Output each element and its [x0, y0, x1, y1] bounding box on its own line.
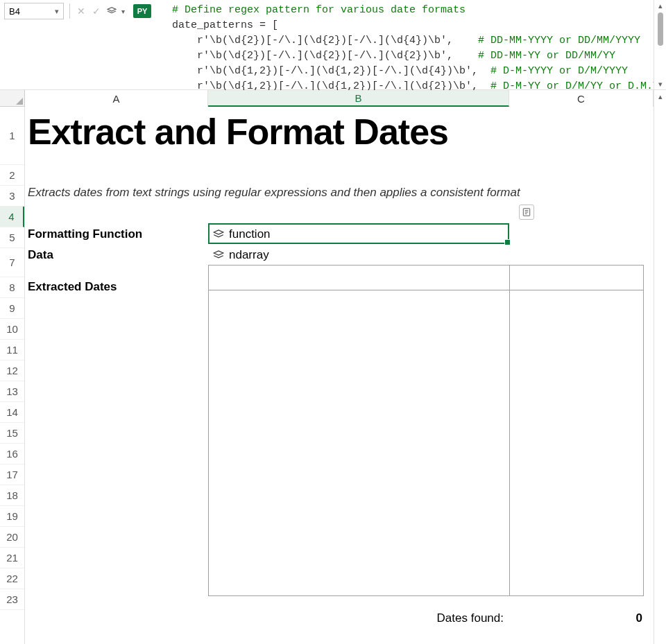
object-icon — [212, 228, 225, 241]
row-label-formatting: Formatting Function — [28, 227, 142, 241]
row-header-3[interactable]: 3 — [0, 186, 24, 207]
row-header-1[interactable]: 1 — [0, 107, 24, 165]
cell-b5-text: ndarray — [229, 248, 269, 262]
row-header-column: 123457891011121314151617181920212223 — [0, 107, 25, 644]
cell-b5-object[interactable]: ndarray — [212, 248, 269, 262]
divider — [69, 3, 70, 19]
row-label-extracted: Extracted Dates — [28, 280, 117, 294]
spreadsheet-grid[interactable]: ABC 123457891011121314151617181920212223… — [0, 90, 666, 644]
table-header-divider — [208, 290, 644, 290]
row-header-18[interactable]: 18 — [0, 485, 24, 506]
scroll-up-icon[interactable]: ▴ — [654, 0, 666, 11]
chevron-down-icon[interactable]: ▾ — [121, 8, 125, 15]
name-box-value: B4 — [9, 6, 20, 17]
row-header-14[interactable]: 14 — [0, 402, 24, 423]
row-header-12[interactable]: 12 — [0, 360, 24, 381]
formula-scrollbar[interactable]: ▴ ▾ — [654, 0, 666, 89]
object-icon — [212, 249, 225, 261]
row-header-20[interactable]: 20 — [0, 527, 24, 548]
column-header-b[interactable]: B — [208, 90, 509, 107]
scroll-thumb[interactable] — [658, 12, 663, 46]
page-subtitle: Extracts dates from text strings using r… — [28, 186, 520, 200]
column-header-c[interactable]: C — [509, 90, 654, 107]
scroll-up-icon[interactable]: ▴ — [654, 90, 666, 103]
python-output-icon[interactable] — [106, 6, 117, 17]
formula-bar: B4 ▾ ✕ ✓ ▾ PY # Define regex pattern for… — [0, 0, 666, 90]
cell-b4-text: function — [229, 227, 271, 241]
row-header-19[interactable]: 19 — [0, 506, 24, 527]
row-label-data: Data — [28, 248, 53, 262]
column-header-row: ABC — [0, 90, 654, 107]
row-header-22[interactable]: 22 — [0, 568, 24, 589]
name-box[interactable]: B4 ▾ — [4, 3, 64, 19]
row-header-15[interactable]: 15 — [0, 423, 24, 444]
cells-area[interactable]: Extract and Format Dates Extracts dates … — [25, 107, 654, 644]
page-title: Extract and Format Dates — [28, 111, 448, 153]
row-header-11[interactable]: 11 — [0, 340, 24, 360]
grid-vertical-scrollbar[interactable]: ▴ — [654, 90, 666, 644]
row-header-8[interactable]: 8 — [0, 277, 24, 298]
row-header-9[interactable]: 9 — [0, 298, 24, 319]
row-header-16[interactable]: 16 — [0, 444, 24, 464]
table-col-divider — [509, 265, 510, 596]
row-header-13[interactable]: 13 — [0, 381, 24, 402]
row-header-7[interactable]: 7 — [0, 248, 24, 277]
formula-code-editor[interactable]: # Define regex pattern for various date … — [151, 0, 654, 97]
enter-icon[interactable]: ✓ — [91, 6, 102, 17]
cell-b4-object[interactable]: function — [212, 227, 271, 241]
row-header-2[interactable]: 2 — [0, 165, 24, 186]
scroll-down-icon[interactable]: ▾ — [654, 78, 666, 89]
row-header-4[interactable]: 4 — [0, 207, 24, 227]
column-header-a[interactable]: A — [25, 90, 208, 107]
dates-found-value: 0 — [594, 611, 642, 625]
row-header-5[interactable]: 5 — [0, 227, 24, 248]
python-badge: PY — [133, 4, 151, 18]
chevron-down-icon[interactable]: ▾ — [55, 7, 59, 16]
dates-found-label: Dates found: — [323, 611, 504, 625]
select-all-triangle[interactable] — [0, 90, 25, 107]
row-header-10[interactable]: 10 — [0, 319, 24, 340]
row-header-21[interactable]: 21 — [0, 548, 24, 568]
row-header-23[interactable]: 23 — [0, 589, 24, 610]
output-table-outline — [208, 265, 644, 596]
formula-info-icon[interactable] — [519, 204, 534, 220]
row-header-17[interactable]: 17 — [0, 464, 24, 485]
cancel-icon[interactable]: ✕ — [76, 6, 87, 17]
